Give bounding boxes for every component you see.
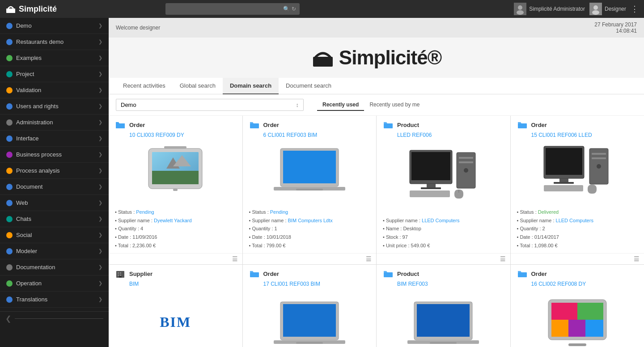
sidebar-item-translations[interactable]: Translations ❯ <box>0 292 109 308</box>
desktop-image <box>405 148 481 206</box>
sidebar-item-project[interactable]: Project ❯ <box>0 66 109 82</box>
svg-rect-44 <box>544 185 583 191</box>
card-header: Supplier <box>109 265 242 281</box>
admin-avatar <box>514 3 526 15</box>
card-header: Product <box>377 116 510 132</box>
hero-app-name: Simplicité® <box>339 47 441 69</box>
sidebar-item-demo[interactable]: Demo ❯ <box>0 18 109 34</box>
tab-recent-activities[interactable]: Recent activities <box>116 78 173 94</box>
card-image <box>243 142 377 204</box>
card-order-3: Order 15 CLI001 REF006 LLED <box>511 116 644 264</box>
svg-rect-41 <box>592 153 606 155</box>
svg-rect-51 <box>119 276 122 278</box>
sidebar-item-label: Restaurants demo <box>16 38 64 45</box>
search-icon[interactable]: 🔍 <box>283 6 290 12</box>
sidebar-item-operation[interactable]: Operation ❯ <box>0 275 109 292</box>
dot-icon <box>6 184 13 190</box>
app-logo[interactable]: Simplicité <box>5 4 57 14</box>
bim-logo: BIM <box>160 314 191 330</box>
folder-icon <box>249 120 260 129</box>
sidebar-collapse[interactable]: ❮ <box>0 311 109 326</box>
sidebar-item-label: Project <box>16 71 34 77</box>
chevron-right-icon: ❯ <box>98 296 102 302</box>
domain-dropdown[interactable]: Demo ↕ <box>116 99 304 111</box>
card-details: • Status : Pending • Supplier name : Dye… <box>109 204 242 253</box>
global-search-bar[interactable]: 🔍 ↻ <box>165 3 300 15</box>
admin-user[interactable]: Simplicité Administrator <box>514 3 585 15</box>
card-product-2: Product BIM REF003 ☰ <box>377 265 510 347</box>
sidebar-item-administration[interactable]: Administration ❯ <box>0 114 109 131</box>
svg-rect-14 <box>152 171 199 184</box>
dot-icon <box>6 135 13 142</box>
tab-global-search[interactable]: Global search <box>173 78 223 94</box>
refresh-icon[interactable]: ↻ <box>292 6 296 12</box>
sidebar-item-document[interactable]: Document ❯ <box>0 179 109 195</box>
dot-icon <box>6 296 13 303</box>
folder-icon <box>383 120 394 129</box>
card-header: Order <box>109 116 242 132</box>
sidebar-item-business-process[interactable]: Business process ❯ <box>0 147 109 163</box>
card-order-1: Order 10 CLI003 REF009 DY <box>109 116 242 264</box>
chevron-right-icon: ❯ <box>98 280 102 286</box>
svg-rect-67 <box>551 303 577 320</box>
sidebar-item-modeler[interactable]: Modeler ❯ <box>0 243 109 259</box>
sidebar-item-social[interactable]: Social ❯ <box>0 227 109 243</box>
designer-user[interactable]: Designer <box>589 3 626 15</box>
sidebar-item-chats[interactable]: Chats ❯ <box>0 211 109 227</box>
card-footer: ☰ <box>109 253 242 264</box>
svg-rect-20 <box>283 151 336 183</box>
sidebar-item-web[interactable]: Web ❯ <box>0 195 109 211</box>
chevron-right-icon: ❯ <box>98 264 102 270</box>
tab-domain-search[interactable]: Domain search <box>223 78 279 94</box>
card-image <box>243 291 377 347</box>
svg-rect-23 <box>384 123 393 128</box>
more-options-icon[interactable]: ⋮ <box>631 4 639 14</box>
card-footer: ☰ <box>511 253 644 264</box>
sidebar-item-label: Web <box>16 199 28 206</box>
svg-rect-25 <box>411 152 450 180</box>
sidebar-item-validation[interactable]: Validation ❯ <box>0 82 109 98</box>
chevron-right-icon: ❯ <box>98 200 102 206</box>
sidebar-item-label: Interface <box>16 135 39 142</box>
sidebar-item-label: Modeler <box>16 248 37 254</box>
recently-used-by-me-tab[interactable]: Recently used by me <box>364 99 425 111</box>
sidebar-item-label: Administration <box>16 119 53 126</box>
card-header: Order <box>243 265 377 281</box>
svg-point-2 <box>518 5 522 10</box>
sidebar-item-users-rights[interactable]: Users and rights ❯ <box>0 98 109 114</box>
card-menu-icon[interactable]: ☰ <box>232 255 238 262</box>
top-nav: Simplicité 🔍 ↻ Simplicité Administrator … <box>0 0 644 18</box>
sidebar-item-label: Process analysis <box>16 167 60 174</box>
chevron-right-icon: ❯ <box>98 71 102 77</box>
tab-document-search[interactable]: Document search <box>279 78 339 94</box>
chevron-right-icon: ❯ <box>98 216 102 222</box>
card-menu-icon[interactable]: ☰ <box>500 255 506 262</box>
dot-icon <box>6 232 13 238</box>
sidebar-item-interface[interactable]: Interface ❯ <box>0 131 109 147</box>
sidebar-item-examples[interactable]: Examples ❯ <box>0 50 109 66</box>
sidebar-item-label: Business process <box>16 151 62 158</box>
chevron-right-icon: ❯ <box>98 119 102 125</box>
hero-cloud-icon <box>311 49 335 67</box>
card-type: Order <box>263 271 279 277</box>
sidebar-item-documentation[interactable]: Documentation ❯ <box>0 259 109 275</box>
svg-rect-11 <box>164 146 186 148</box>
sidebar-item-label: Validation <box>16 87 41 93</box>
sidebar-item-restaurants-demo[interactable]: Restaurants demo ❯ <box>0 34 109 50</box>
dot-icon <box>6 71 13 77</box>
card-menu-icon[interactable]: ☰ <box>634 255 640 262</box>
tablet-image-2 <box>542 297 613 347</box>
svg-rect-39 <box>554 182 574 184</box>
card-subtitle: 15 CLI001 REF006 LLED <box>511 132 644 142</box>
tab-bar: Recent activities Global search Domain s… <box>109 78 644 94</box>
card-subtitle: 17 CLI001 REF003 BIM <box>243 281 377 291</box>
svg-rect-47 <box>118 272 119 274</box>
sidebar-item-process-analysis[interactable]: Process analysis ❯ <box>0 163 109 179</box>
sidebar: Demo ❯ Restaurants demo ❯ Examples ❯ Pro… <box>0 18 109 347</box>
card-subtitle: LLED REF006 <box>377 132 510 142</box>
card-menu-icon[interactable]: ☰ <box>366 255 372 262</box>
recently-used-tab[interactable]: Recently used <box>317 99 364 111</box>
chevron-right-icon: ❯ <box>98 152 102 157</box>
svg-rect-22 <box>296 189 323 190</box>
search-input[interactable] <box>169 6 281 12</box>
